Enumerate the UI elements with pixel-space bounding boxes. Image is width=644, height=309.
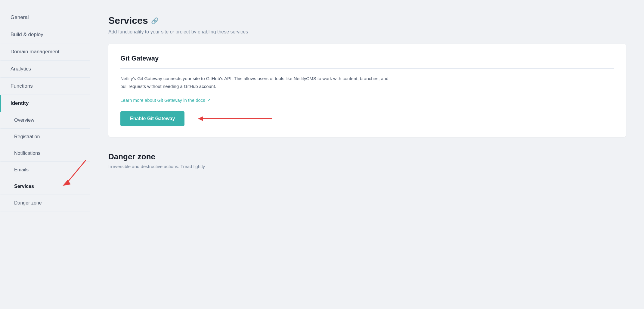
- sidebar: General Build & deploy Domain management…: [0, 0, 90, 309]
- page-header: Services 🔗 Add functionality to your sit…: [108, 15, 626, 35]
- sidebar-item-notifications[interactable]: Notifications: [0, 145, 90, 162]
- link-icon[interactable]: 🔗: [151, 17, 159, 24]
- learn-more-link[interactable]: Learn more about Git Gateway in the docs…: [120, 97, 211, 103]
- learn-more-arrow: ↗: [207, 97, 211, 103]
- sidebar-item-services[interactable]: Services: [0, 178, 90, 195]
- button-arrow-annotation: [197, 114, 275, 123]
- main-content: Services 🔗 Add functionality to your sit…: [90, 0, 644, 309]
- page-title: Services: [108, 15, 148, 26]
- sidebar-item-emails[interactable]: Emails: [0, 162, 90, 178]
- sidebar-item-functions[interactable]: Functions: [0, 78, 90, 95]
- sidebar-item-general[interactable]: General: [0, 9, 90, 26]
- page-subtitle: Add functionality to your site or projec…: [108, 29, 626, 35]
- button-row: Enable Git Gateway: [120, 111, 614, 126]
- sidebar-item-domain-management[interactable]: Domain management: [0, 43, 90, 61]
- git-gateway-title: Git Gateway: [120, 55, 614, 69]
- sidebar-item-registration[interactable]: Registration: [0, 129, 90, 145]
- git-gateway-description: Netlify's Git Gateway connects your site…: [120, 75, 391, 90]
- sidebar-item-overview[interactable]: Overview: [0, 112, 90, 129]
- svg-marker-3: [198, 116, 203, 121]
- sidebar-item-danger-zone[interactable]: Danger zone: [0, 195, 90, 211]
- danger-zone-subtitle: Irreversible and destructive actions. Tr…: [108, 164, 626, 169]
- danger-zone-title: Danger zone: [108, 152, 626, 161]
- sidebar-item-analytics[interactable]: Analytics: [0, 61, 90, 78]
- sidebar-item-identity[interactable]: Identity: [0, 95, 90, 112]
- page-title-row: Services 🔗: [108, 15, 626, 26]
- learn-more-text: Learn more about Git Gateway in the docs: [120, 98, 205, 103]
- git-gateway-card: Git Gateway Netlify's Git Gateway connec…: [108, 44, 626, 137]
- button-arrow-svg: [197, 114, 275, 123]
- sidebar-services-wrapper: Services: [0, 178, 90, 195]
- danger-zone-section: Danger zone Irreversible and destructive…: [108, 149, 626, 169]
- enable-git-gateway-button[interactable]: Enable Git Gateway: [120, 111, 184, 126]
- sidebar-item-build-deploy[interactable]: Build & deploy: [0, 26, 90, 43]
